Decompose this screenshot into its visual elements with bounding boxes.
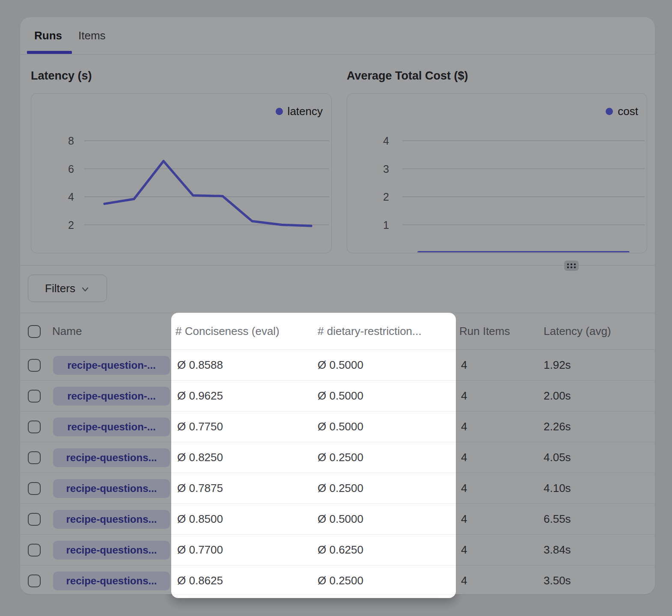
tab-items[interactable]: Items <box>78 29 106 42</box>
run-name-badge[interactable]: recipe-questions... <box>53 479 170 498</box>
cost-chart-title: Average Total Cost ($) <box>347 69 468 83</box>
run-items-count: 4 <box>456 420 538 433</box>
latency-avg-value: 6.55s <box>538 512 655 526</box>
tab-runs[interactable]: Runs <box>34 29 62 42</box>
active-tab-indicator <box>27 51 72 54</box>
row-checkbox[interactable] <box>28 390 41 403</box>
table-row: recipe-questions...Ø 0.7700Ø 0.625043.84… <box>20 535 655 566</box>
latency-avg-value: 3.84s <box>538 543 655 557</box>
table-row: recipe-questions...Ø 0.7875Ø 0.250044.10… <box>20 473 655 504</box>
run-name-badge[interactable]: recipe-question-... <box>53 387 170 406</box>
latency-avg-value: 4.05s <box>538 451 655 464</box>
section-divider <box>20 265 655 266</box>
latency-legend-dot-icon <box>276 108 283 115</box>
cost-legend-dot-icon <box>606 108 613 115</box>
dietary-restriction-score: Ø 0.5000 <box>313 389 456 403</box>
row-checkbox[interactable] <box>28 544 41 557</box>
run-name-badge[interactable]: recipe-questions... <box>53 572 170 590</box>
svg-text:2: 2 <box>68 219 74 231</box>
filters-button[interactable]: Filters <box>28 275 107 302</box>
tab-bar: Runs Items <box>20 17 655 55</box>
svg-text:3: 3 <box>383 163 389 175</box>
column-header-conciseness: # Conciseness (eval) <box>171 325 313 338</box>
row-checkbox[interactable] <box>28 359 41 372</box>
run-items-count: 4 <box>456 482 538 495</box>
latency-avg-value: 1.92s <box>538 358 655 372</box>
run-name-badge[interactable]: recipe-questions... <box>53 541 170 560</box>
column-header-latency-avg: Latency (avg) <box>538 325 655 338</box>
table-row: recipe-questions...Ø 0.8500Ø 0.500046.55… <box>20 504 655 535</box>
run-name-badge[interactable]: recipe-question-... <box>53 356 170 375</box>
latency-avg-value: 2.00s <box>538 389 655 403</box>
table-row: recipe-questions...Ø 0.8625Ø 0.250043.50… <box>20 566 655 594</box>
run-name-badge[interactable]: recipe-question-... <box>53 418 170 436</box>
svg-text:1: 1 <box>383 219 389 231</box>
run-items-count: 4 <box>456 512 538 526</box>
table-row: recipe-questions...Ø 0.8250Ø 0.250044.05… <box>20 442 655 473</box>
latency-legend-label: latency <box>288 105 323 118</box>
svg-text:4: 4 <box>68 191 74 203</box>
svg-text:2: 2 <box>383 191 389 203</box>
select-all-checkbox[interactable] <box>28 325 41 338</box>
filters-button-label: Filters <box>45 282 75 295</box>
conciseness-score: Ø 0.7750 <box>171 420 313 433</box>
svg-text:6: 6 <box>68 163 74 175</box>
column-header-run-items: Run Items <box>456 325 538 338</box>
table-row: recipe-question-...Ø 0.8588Ø 0.500041.92… <box>20 350 655 381</box>
column-header-dietary-restriction: # dietary-restriction... <box>313 325 456 338</box>
runs-table-body: recipe-question-...Ø 0.8588Ø 0.500041.92… <box>20 350 655 594</box>
svg-text:8: 8 <box>68 135 74 147</box>
cost-chart-legend: cost <box>606 105 638 118</box>
cost-chart-card: 1234 cost <box>347 93 647 253</box>
resize-drag-handle[interactable] <box>564 261 579 271</box>
dietary-restriction-score: Ø 0.2500 <box>313 574 456 587</box>
latency-chart-card: 2468 latency <box>31 93 332 253</box>
dietary-restriction-score: Ø 0.2500 <box>313 482 456 495</box>
row-checkbox[interactable] <box>28 513 41 526</box>
run-name-badge[interactable]: recipe-questions... <box>53 510 170 529</box>
table-row: recipe-question-...Ø 0.9625Ø 0.500042.00… <box>20 381 655 412</box>
run-name-badge[interactable]: recipe-questions... <box>53 448 170 467</box>
runs-panel: Runs Items Latency (s) Average Total Cos… <box>20 17 655 594</box>
drag-dots-icon <box>567 264 576 268</box>
latency-avg-value: 2.26s <box>538 420 655 433</box>
cost-legend-label: cost <box>618 105 638 118</box>
row-checkbox[interactable] <box>28 575 41 587</box>
chevron-down-icon <box>80 284 90 294</box>
dietary-restriction-score: Ø 0.5000 <box>313 358 456 372</box>
table-row: recipe-question-...Ø 0.7750Ø 0.500042.26… <box>20 412 655 442</box>
conciseness-score: Ø 0.7875 <box>171 482 313 495</box>
svg-text:4: 4 <box>383 135 389 147</box>
conciseness-score: Ø 0.8588 <box>171 358 313 372</box>
table-header-row: Name # Conciseness (eval) # dietary-rest… <box>20 313 655 350</box>
latency-chart-title: Latency (s) <box>31 69 92 83</box>
latency-chart-legend: latency <box>276 105 323 118</box>
conciseness-score: Ø 0.8250 <box>171 451 313 464</box>
conciseness-score: Ø 0.9625 <box>171 389 313 403</box>
run-items-count: 4 <box>456 358 538 372</box>
run-items-count: 4 <box>456 574 538 587</box>
row-checkbox[interactable] <box>28 421 41 433</box>
latency-avg-value: 4.10s <box>538 482 655 495</box>
latency-avg-value: 3.50s <box>538 574 655 587</box>
conciseness-score: Ø 0.8500 <box>171 512 313 526</box>
run-items-count: 4 <box>456 543 538 557</box>
cost-chart: 1234 <box>347 94 646 252</box>
dietary-restriction-score: Ø 0.5000 <box>313 512 456 526</box>
run-items-count: 4 <box>456 451 538 464</box>
row-checkbox[interactable] <box>28 451 41 464</box>
runs-table: Name # Conciseness (eval) # dietary-rest… <box>20 313 655 594</box>
row-checkbox[interactable] <box>28 482 41 495</box>
conciseness-score: Ø 0.8625 <box>171 574 313 587</box>
dietary-restriction-score: Ø 0.6250 <box>313 543 456 557</box>
conciseness-score: Ø 0.7700 <box>171 543 313 557</box>
dietary-restriction-score: Ø 0.2500 <box>313 451 456 464</box>
run-items-count: 4 <box>456 389 538 403</box>
dietary-restriction-score: Ø 0.5000 <box>313 420 456 433</box>
column-header-name: Name <box>52 325 171 338</box>
